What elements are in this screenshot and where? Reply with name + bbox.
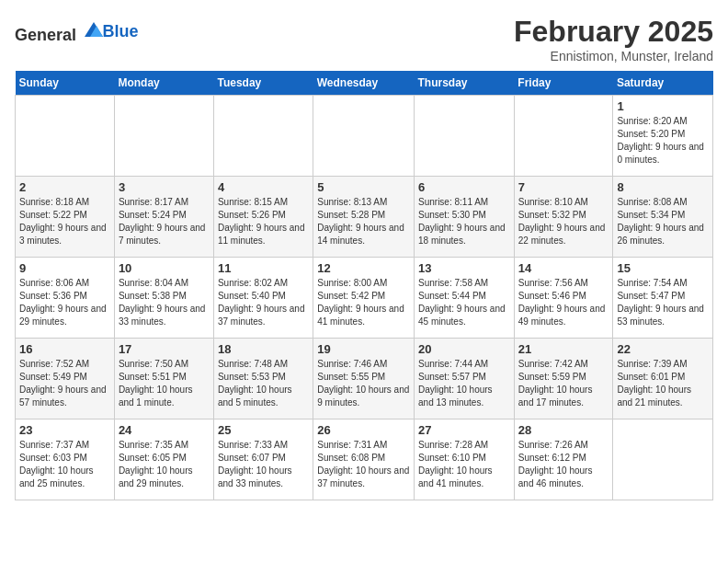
day-number: 1 (617, 99, 709, 113)
day-info: Sunrise: 7:37 AM Sunset: 6:03 PM Dayligh… (19, 439, 110, 490)
day-number: 11 (218, 261, 309, 275)
day-info: Sunrise: 7:50 AM Sunset: 5:51 PM Dayligh… (119, 358, 210, 409)
day-number: 8 (617, 180, 709, 194)
calendar-day-cell: 25Sunrise: 7:33 AM Sunset: 6:07 PM Dayli… (213, 419, 313, 500)
day-number: 18 (218, 342, 309, 356)
calendar-day-cell: 4Sunrise: 8:15 AM Sunset: 5:26 PM Daylig… (213, 177, 313, 258)
day-number: 24 (119, 423, 210, 437)
day-number: 23 (19, 423, 110, 437)
location-title: Ennistimon, Munster, Ireland (514, 49, 713, 63)
day-number: 22 (617, 342, 709, 356)
day-info: Sunrise: 7:39 AM Sunset: 6:01 PM Dayligh… (617, 358, 709, 409)
month-title: February 2025 (514, 15, 713, 49)
weekday-header: Tuesday (213, 71, 313, 96)
calendar-day-cell: 27Sunrise: 7:28 AM Sunset: 6:10 PM Dayli… (415, 419, 515, 500)
day-number: 16 (19, 342, 110, 356)
day-number: 21 (518, 342, 609, 356)
day-number: 12 (317, 261, 410, 275)
day-number: 20 (418, 342, 510, 356)
calendar-table: SundayMondayTuesdayWednesdayThursdayFrid… (15, 71, 713, 500)
day-info: Sunrise: 7:54 AM Sunset: 5:47 PM Dayligh… (617, 277, 709, 328)
day-number: 25 (218, 423, 309, 437)
day-info: Sunrise: 8:15 AM Sunset: 5:26 PM Dayligh… (218, 196, 309, 247)
day-number: 28 (518, 423, 609, 437)
day-number: 4 (218, 180, 309, 194)
day-info: Sunrise: 7:56 AM Sunset: 5:46 PM Dayligh… (518, 277, 609, 328)
calendar-day-cell (415, 96, 515, 177)
day-info: Sunrise: 8:06 AM Sunset: 5:36 PM Dayligh… (19, 277, 110, 328)
calendar-day-cell: 11Sunrise: 8:02 AM Sunset: 5:40 PM Dayli… (213, 258, 313, 339)
day-number: 13 (418, 261, 510, 275)
calendar-day-cell (114, 96, 213, 177)
calendar-day-cell: 20Sunrise: 7:44 AM Sunset: 5:57 PM Dayli… (415, 339, 515, 419)
weekday-header: Monday (114, 71, 213, 96)
day-info: Sunrise: 7:48 AM Sunset: 5:53 PM Dayligh… (218, 358, 309, 409)
weekday-header: Friday (514, 71, 613, 96)
title-area: February 2025 Ennistimon, Munster, Irela… (514, 15, 713, 63)
logo-blue: Blue (103, 22, 139, 40)
day-info: Sunrise: 8:02 AM Sunset: 5:40 PM Dayligh… (218, 277, 309, 328)
day-info: Sunrise: 7:26 AM Sunset: 6:12 PM Dayligh… (518, 439, 609, 490)
day-info: Sunrise: 7:33 AM Sunset: 6:07 PM Dayligh… (218, 439, 309, 490)
day-info: Sunrise: 8:20 AM Sunset: 5:20 PM Dayligh… (617, 115, 709, 167)
calendar-day-cell (16, 96, 115, 177)
logo: General Blue (15, 18, 139, 45)
calendar-day-cell (514, 96, 613, 177)
calendar-week-row: 1Sunrise: 8:20 AM Sunset: 5:20 PM Daylig… (16, 96, 713, 177)
day-number: 19 (317, 342, 410, 356)
day-info: Sunrise: 7:35 AM Sunset: 6:05 PM Dayligh… (119, 439, 210, 490)
calendar-day-cell: 13Sunrise: 7:58 AM Sunset: 5:44 PM Dayli… (415, 258, 515, 339)
day-info: Sunrise: 7:31 AM Sunset: 6:08 PM Dayligh… (317, 439, 410, 490)
calendar-day-cell: 8Sunrise: 8:08 AM Sunset: 5:34 PM Daylig… (613, 177, 713, 258)
page-header: General Blue February 2025 Ennistimon, M… (15, 15, 713, 63)
calendar-day-cell: 6Sunrise: 8:11 AM Sunset: 5:30 PM Daylig… (415, 177, 515, 258)
day-number: 9 (19, 261, 110, 275)
day-number: 5 (317, 180, 410, 194)
calendar-day-cell: 17Sunrise: 7:50 AM Sunset: 5:51 PM Dayli… (114, 339, 213, 419)
calendar-day-cell: 7Sunrise: 8:10 AM Sunset: 5:32 PM Daylig… (514, 177, 613, 258)
day-info: Sunrise: 7:42 AM Sunset: 5:59 PM Dayligh… (518, 358, 609, 409)
calendar-week-row: 16Sunrise: 7:52 AM Sunset: 5:49 PM Dayli… (16, 339, 713, 419)
day-number: 15 (617, 261, 709, 275)
logo-icon (83, 18, 105, 40)
calendar-day-cell: 22Sunrise: 7:39 AM Sunset: 6:01 PM Dayli… (613, 339, 713, 419)
calendar-day-cell: 5Sunrise: 8:13 AM Sunset: 5:28 PM Daylig… (313, 177, 415, 258)
weekday-header-row: SundayMondayTuesdayWednesdayThursdayFrid… (16, 71, 713, 96)
calendar-day-cell: 18Sunrise: 7:48 AM Sunset: 5:53 PM Dayli… (213, 339, 313, 419)
day-info: Sunrise: 8:17 AM Sunset: 5:24 PM Dayligh… (119, 196, 210, 247)
day-info: Sunrise: 8:04 AM Sunset: 5:38 PM Dayligh… (119, 277, 210, 328)
calendar-day-cell: 2Sunrise: 8:18 AM Sunset: 5:22 PM Daylig… (16, 177, 115, 258)
day-info: Sunrise: 7:46 AM Sunset: 5:55 PM Dayligh… (317, 358, 410, 409)
day-info: Sunrise: 8:08 AM Sunset: 5:34 PM Dayligh… (617, 196, 709, 247)
day-info: Sunrise: 7:28 AM Sunset: 6:10 PM Dayligh… (418, 439, 510, 490)
logo-general: General (15, 26, 76, 44)
day-number: 17 (119, 342, 210, 356)
calendar-day-cell: 21Sunrise: 7:42 AM Sunset: 5:59 PM Dayli… (514, 339, 613, 419)
calendar-day-cell: 24Sunrise: 7:35 AM Sunset: 6:05 PM Dayli… (114, 419, 213, 500)
day-number: 27 (418, 423, 510, 437)
day-info: Sunrise: 7:58 AM Sunset: 5:44 PM Dayligh… (418, 277, 510, 328)
day-info: Sunrise: 8:00 AM Sunset: 5:42 PM Dayligh… (317, 277, 410, 328)
day-info: Sunrise: 7:44 AM Sunset: 5:57 PM Dayligh… (418, 358, 510, 409)
day-number: 7 (518, 180, 609, 194)
day-number: 26 (317, 423, 410, 437)
calendar-day-cell: 9Sunrise: 8:06 AM Sunset: 5:36 PM Daylig… (16, 258, 115, 339)
weekday-header: Wednesday (313, 71, 415, 96)
day-number: 14 (518, 261, 609, 275)
day-number: 3 (119, 180, 210, 194)
weekday-header: Thursday (415, 71, 515, 96)
calendar-day-cell: 10Sunrise: 8:04 AM Sunset: 5:38 PM Dayli… (114, 258, 213, 339)
calendar-week-row: 2Sunrise: 8:18 AM Sunset: 5:22 PM Daylig… (16, 177, 713, 258)
calendar-day-cell: 16Sunrise: 7:52 AM Sunset: 5:49 PM Dayli… (16, 339, 115, 419)
calendar-day-cell (613, 419, 713, 500)
day-info: Sunrise: 8:10 AM Sunset: 5:32 PM Dayligh… (518, 196, 609, 247)
day-number: 2 (19, 180, 110, 194)
day-number: 6 (418, 180, 510, 194)
calendar-week-row: 9Sunrise: 8:06 AM Sunset: 5:36 PM Daylig… (16, 258, 713, 339)
day-info: Sunrise: 8:13 AM Sunset: 5:28 PM Dayligh… (317, 196, 410, 247)
day-info: Sunrise: 7:52 AM Sunset: 5:49 PM Dayligh… (19, 358, 110, 409)
calendar-day-cell: 3Sunrise: 8:17 AM Sunset: 5:24 PM Daylig… (114, 177, 213, 258)
calendar-day-cell: 14Sunrise: 7:56 AM Sunset: 5:46 PM Dayli… (514, 258, 613, 339)
calendar-day-cell (213, 96, 313, 177)
calendar-day-cell (313, 96, 415, 177)
